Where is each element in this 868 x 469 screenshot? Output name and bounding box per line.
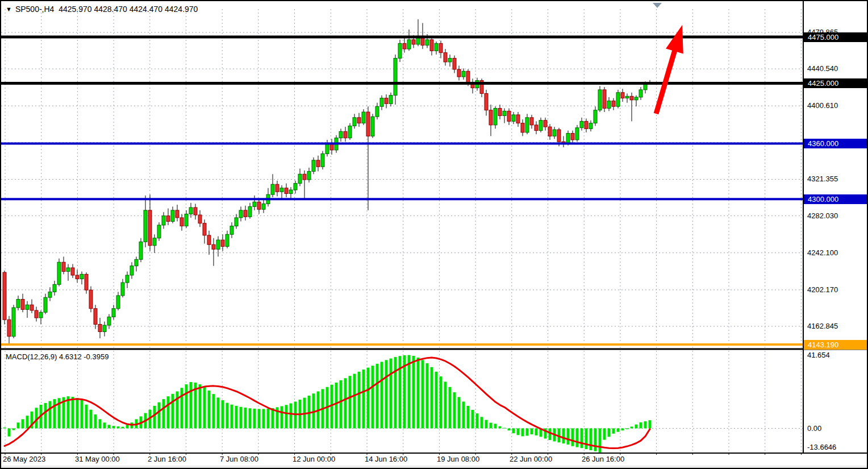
candle-bull[interactable] xyxy=(26,305,29,309)
candle-bear[interactable] xyxy=(457,69,461,77)
candle-bull[interactable] xyxy=(594,110,597,123)
candle-bear[interactable] xyxy=(85,274,88,290)
candle-bull[interactable] xyxy=(598,90,602,110)
candle-bear[interactable] xyxy=(35,310,38,318)
symbol-dropdown-icon[interactable]: ▼ xyxy=(6,6,12,13)
candle-bear[interactable] xyxy=(194,207,197,215)
candle-bull[interactable] xyxy=(66,268,70,272)
candle-bear[interactable] xyxy=(207,235,211,244)
candle-bull[interactable] xyxy=(539,121,542,131)
candle-bull[interactable] xyxy=(253,202,256,206)
trend-arrow-head[interactable] xyxy=(666,25,683,54)
candle-bear[interactable] xyxy=(94,309,97,325)
candle-bull[interactable] xyxy=(326,143,329,153)
candle-bear[interactable] xyxy=(212,244,215,249)
candle-bull[interactable] xyxy=(53,284,56,292)
candle-bear[interactable] xyxy=(221,240,224,246)
candle-bull[interactable] xyxy=(312,160,315,172)
candle-bear[interactable] xyxy=(585,121,588,128)
chart-canvas[interactable] xyxy=(1,1,868,469)
candle-bear[interactable] xyxy=(30,305,34,310)
candle-bear[interactable] xyxy=(516,115,520,123)
candle-bear[interactable] xyxy=(257,202,261,209)
candle-bull[interactable] xyxy=(103,325,106,331)
candle-bear[interactable] xyxy=(203,223,206,235)
candle-bull[interactable] xyxy=(157,225,161,238)
candle-bull[interactable] xyxy=(607,101,611,108)
candle-bull[interactable] xyxy=(130,266,133,275)
candle-bear[interactable] xyxy=(76,275,79,279)
candle-bear[interactable] xyxy=(176,210,179,218)
candle-bear[interactable] xyxy=(507,111,511,121)
candle-bear[interactable] xyxy=(303,174,306,180)
candle-bull[interactable] xyxy=(135,259,138,265)
candle-bull[interactable] xyxy=(553,130,556,136)
candle-bull[interactable] xyxy=(375,106,379,117)
candle-bear[interactable] xyxy=(430,40,433,51)
candle-bear[interactable] xyxy=(244,210,247,217)
candle-bull[interactable] xyxy=(407,40,411,49)
candle-bear[interactable] xyxy=(276,184,279,192)
candle-bear[interactable] xyxy=(180,218,183,226)
candle-bull[interactable] xyxy=(639,90,642,97)
candle-bull[interactable] xyxy=(348,126,352,138)
candle-bull[interactable] xyxy=(435,43,438,51)
candle-bear[interactable] xyxy=(544,121,547,127)
candle-bear[interactable] xyxy=(521,123,524,132)
candle-bear[interactable] xyxy=(366,112,370,136)
candle-bull[interactable] xyxy=(185,214,188,226)
candle-bull[interactable] xyxy=(239,210,243,218)
candle-bull[interactable] xyxy=(139,242,143,259)
candle-bull[interactable] xyxy=(503,111,506,115)
candle-bull[interactable] xyxy=(80,274,84,279)
candle-bull[interactable] xyxy=(616,93,620,106)
candle-bear[interactable] xyxy=(285,188,288,194)
candle-bear[interactable] xyxy=(439,43,443,52)
scroll-shift-marker-icon[interactable] xyxy=(653,3,662,8)
candle-bear[interactable] xyxy=(530,118,533,125)
candle-bear[interactable] xyxy=(198,215,202,223)
candle-bear[interactable] xyxy=(571,134,574,140)
candle-bear[interactable] xyxy=(316,160,320,167)
candle-bear[interactable] xyxy=(166,216,170,222)
candle-bull[interactable] xyxy=(230,226,233,235)
candle-bull[interactable] xyxy=(16,299,20,308)
candle-bear[interactable] xyxy=(412,40,415,44)
candle-bull[interactable] xyxy=(448,58,452,62)
candle-bull[interactable] xyxy=(494,109,497,125)
candle-bull[interactable] xyxy=(294,184,297,190)
candle-bull[interactable] xyxy=(307,171,311,180)
candle-bull[interactable] xyxy=(512,115,515,121)
candle-bull[interactable] xyxy=(12,308,15,337)
candle-bull[interactable] xyxy=(566,134,570,144)
candle-bear[interactable] xyxy=(535,125,538,131)
candle-bear[interactable] xyxy=(444,53,447,62)
candle-bear[interactable] xyxy=(344,131,347,138)
candle-bull[interactable] xyxy=(575,128,579,140)
candle-bear[interactable] xyxy=(548,127,552,136)
candle-bull[interactable] xyxy=(171,210,174,222)
candle-bull[interactable] xyxy=(353,118,356,126)
candle-bull[interactable] xyxy=(289,190,293,194)
trend-arrow-shaft[interactable] xyxy=(656,47,676,114)
candle-bull[interactable] xyxy=(389,96,393,104)
candle-bull[interactable] xyxy=(525,118,529,132)
candle-bear[interactable] xyxy=(630,96,633,100)
candle-bull[interactable] xyxy=(394,58,397,95)
candle-bear[interactable] xyxy=(403,43,406,49)
candle-bull[interactable] xyxy=(153,238,156,246)
candle-bull[interactable] xyxy=(112,309,115,317)
candle-bull[interactable] xyxy=(107,317,111,325)
candle-bull[interactable] xyxy=(625,96,629,98)
candle-bull[interactable] xyxy=(144,210,147,242)
candle-bear[interactable] xyxy=(489,110,493,125)
candle-bull[interactable] xyxy=(162,216,165,225)
candle-bull[interactable] xyxy=(126,275,129,283)
candle-bull[interactable] xyxy=(39,312,43,318)
candle-bear[interactable] xyxy=(612,101,615,106)
candle-bull[interactable] xyxy=(371,117,374,136)
candle-bull[interactable] xyxy=(121,283,124,296)
candle-bull[interactable] xyxy=(57,262,61,284)
candle-bull[interactable] xyxy=(380,98,383,107)
candle-bear[interactable] xyxy=(603,90,606,109)
